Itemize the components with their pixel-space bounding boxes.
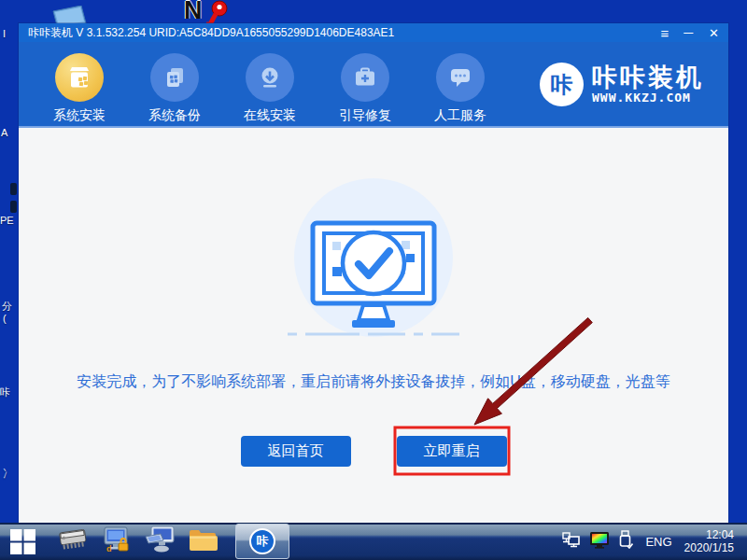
desktop-label-fragment: ( [3, 313, 7, 324]
download-icon [258, 65, 282, 90]
menu-button[interactable]: ≡ [660, 26, 668, 40]
taskbar: d [0, 523, 747, 560]
monitor-check-icon [271, 175, 476, 341]
brand-title: 咔咔装机 [592, 64, 704, 91]
nav-item-system-backup[interactable]: 系统备份 [127, 42, 222, 126]
nav-item-online-install[interactable]: 在线安装 [222, 42, 317, 126]
backup-copy-icon [162, 65, 187, 90]
taskbar-kaka-app-active[interactable]: 咔 [235, 524, 289, 559]
language-indicator[interactable]: ENG [645, 535, 671, 549]
clock-time: 12:04 [684, 528, 734, 541]
nav-bar: 系统安装 系统备份 [19, 42, 728, 128]
memory-chip-icon [55, 525, 92, 558]
install-box-icon [67, 65, 92, 90]
taskbar-chip-app[interactable] [52, 523, 95, 560]
nav-label: 系统安装 [53, 107, 106, 124]
desktop-label-fragment: I [3, 28, 6, 39]
close-button[interactable]: ✕ [709, 27, 719, 39]
nav-label: 在线安装 [244, 107, 296, 124]
desktop-icon-fragment [10, 183, 17, 195]
kaka-app-icon: 咔 [249, 528, 275, 554]
desktop-label-fragment: 咔 [0, 385, 10, 399]
brand-logo-icon: 咔 [540, 63, 584, 106]
nav-label: 人工服务 [434, 107, 486, 124]
network-icon[interactable] [562, 532, 581, 552]
taskbar-remote-desktop-app[interactable] [138, 523, 181, 560]
return-home-button[interactable]: 返回首页 [241, 436, 351, 467]
nav-item-boot-repair[interactable]: 引导修复 [317, 42, 413, 126]
restart-now-button[interactable]: 立即重启 [397, 436, 507, 467]
chat-bubble-icon [448, 65, 472, 90]
titlebar: 咔咔装机 V 3.1.532.254 URID:A5C84DD9A1655055… [19, 23, 728, 42]
start-button[interactable] [0, 523, 45, 560]
system-tray: ENG 12:04 2020/1/15 [562, 528, 747, 554]
main-content: 安装完成，为了不影响系统部署，重启前请将外接设备拔掉，例如U盘，移动硬盘，光盘等… [19, 128, 728, 522]
monitor-lock-icon: d [102, 525, 132, 557]
nav-label: 引导修复 [339, 107, 391, 124]
taskbar-remote-lock-app[interactable]: d [95, 523, 138, 560]
minimize-button[interactable]: ─ [684, 26, 693, 39]
svg-text:d: d [106, 544, 112, 553]
desktop-label-fragment: A [1, 127, 7, 138]
keyboard-monitor-icon [144, 525, 176, 557]
folder-icon [188, 526, 218, 556]
desktop-label-fragment: PE [0, 215, 14, 226]
clock-date: 2020/1/15 [684, 541, 734, 554]
nav-label: 系统备份 [148, 107, 201, 124]
desktop-label-fragment: 分 [2, 300, 12, 314]
brand-url: WWW.KKZJ.COM [592, 91, 704, 105]
taskbar-file-explorer[interactable] [181, 523, 224, 560]
windows-logo-icon [10, 529, 35, 554]
desktop-icon-fragment [10, 201, 17, 213]
display-colors-icon[interactable] [589, 531, 610, 553]
nav-item-system-install[interactable]: 系统安装 [32, 42, 127, 126]
brand-logo: 咔 咔咔装机 WWW.KKZJ.COM [540, 63, 704, 106]
clock[interactable]: 12:04 2020/1/15 [684, 528, 734, 554]
completion-message: 安装完成，为了不影响系统部署，重启前请将外接设备拔掉，例如U盘，移动硬盘，光盘等 [19, 372, 728, 392]
window-title: 咔咔装机 V 3.1.532.254 URID:A5C84DD9A1655055… [28, 25, 660, 41]
repair-kit-icon [353, 65, 377, 90]
desktop-label-fragment: 冫 [3, 467, 13, 481]
kaka-app-window: 咔咔装机 V 3.1.532.254 URID:A5C84DD9A1655055… [19, 23, 728, 524]
usb-device-icon[interactable] [618, 530, 633, 553]
install-complete-illustration [271, 175, 476, 344]
nav-item-human-service[interactable]: 人工服务 [413, 42, 508, 126]
